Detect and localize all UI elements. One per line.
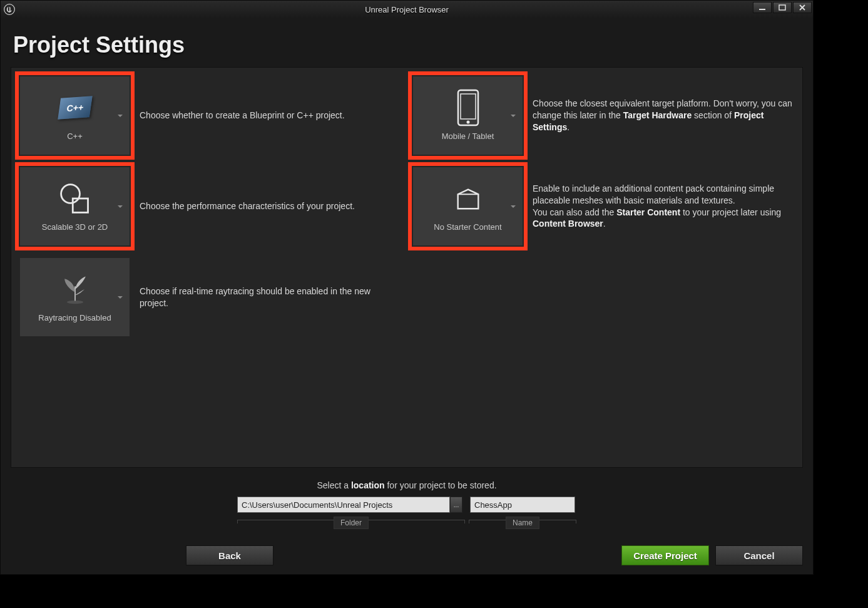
svg-rect-1: [759, 9, 765, 10]
chevron-down-icon: [510, 110, 516, 121]
chevron-down-icon: [117, 201, 123, 212]
svg-rect-4: [461, 94, 476, 119]
setting-row-starter: No Starter Content Enable to include an …: [413, 167, 794, 245]
settings-panel: C++ C++ Choose whether to create a Bluep…: [11, 67, 803, 468]
browse-folder-button[interactable]: ...: [450, 497, 462, 513]
platform-desc: Choose the closest equivalent target pla…: [533, 98, 794, 133]
project-type-label: C++: [67, 131, 83, 141]
cancel-button[interactable]: Cancel: [715, 545, 803, 565]
chevron-down-icon: [510, 201, 516, 212]
footer: Select a location for your project to be…: [1, 473, 813, 574]
svg-point-6: [61, 185, 79, 204]
unreal-logo-icon: [1, 1, 18, 18]
create-project-button[interactable]: Create Project: [621, 545, 709, 565]
svg-rect-2: [779, 5, 785, 10]
shapes-icon: [58, 181, 93, 216]
svg-rect-3: [458, 90, 478, 125]
setting-row-project-type: C++ C++ Choose whether to create a Bluep…: [20, 76, 401, 155]
starter-label: No Starter Content: [434, 222, 501, 232]
svg-point-5: [466, 121, 469, 124]
folder-caption: Folder: [334, 517, 369, 529]
platform-label: Mobile / Tablet: [442, 131, 494, 141]
close-button[interactable]: [793, 2, 812, 13]
starter-desc: Enable to include an additional content …: [533, 183, 794, 230]
quality-desc: Choose the performance characteristics o…: [140, 200, 401, 212]
setting-row-raytracing: Raytracing Disabled Choose if real-time …: [20, 258, 401, 336]
quality-label: Scalable 3D or 2D: [42, 222, 108, 232]
raytracing-label: Raytracing Disabled: [38, 313, 111, 322]
chevron-down-icon: [117, 292, 123, 303]
raytracing-desc: Choose if real-time raytracing should be…: [140, 286, 401, 309]
back-button[interactable]: Back: [186, 545, 273, 565]
starter-dropdown[interactable]: No Starter Content: [413, 167, 523, 245]
project-type-desc: Choose whether to create a Blueprint or …: [140, 110, 401, 121]
raytracing-dropdown[interactable]: Raytracing Disabled: [20, 258, 130, 336]
setting-row-quality: Scalable 3D or 2D Choose the performance…: [20, 167, 401, 245]
platform-dropdown[interactable]: Mobile / Tablet: [413, 76, 523, 155]
location-prompt: Select a location for your project to be…: [11, 480, 803, 490]
window-title: Unreal Project Browser: [365, 5, 449, 14]
window-controls: [753, 2, 812, 13]
titlebar: Unreal Project Browser: [1, 1, 813, 18]
plant-icon: [58, 272, 93, 307]
setting-row-platform: Mobile / Tablet Choose the closest equiv…: [413, 76, 794, 155]
project-type-dropdown[interactable]: C++ C++: [20, 76, 130, 155]
quality-dropdown[interactable]: Scalable 3D or 2D: [20, 167, 130, 245]
project-browser-window: Unreal Project Browser Project Settings …: [0, 0, 814, 575]
svg-rect-7: [73, 198, 88, 212]
page-title: Project Settings: [1, 18, 813, 67]
cpp-icon: C++: [58, 90, 93, 125]
folder-input[interactable]: [237, 497, 450, 513]
svg-point-8: [66, 301, 83, 304]
name-input[interactable]: [470, 497, 575, 513]
mobile-icon: [451, 90, 486, 125]
minimize-button[interactable]: [753, 2, 772, 13]
name-caption: Name: [506, 517, 539, 529]
chevron-down-icon: [117, 110, 123, 121]
box-icon: [451, 181, 486, 216]
maximize-button[interactable]: [773, 2, 792, 13]
